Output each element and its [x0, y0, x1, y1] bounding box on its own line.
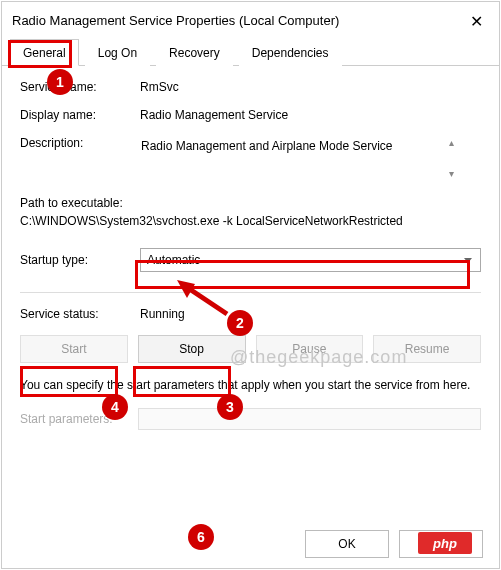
title-bar: Radio Management Service Properties (Loc… — [2, 2, 499, 38]
cancel-button[interactable]: Cancel — [399, 530, 483, 558]
scroll-up-icon[interactable]: ▴ — [443, 137, 459, 148]
value-path: C:\WINDOWS\System32\svchost.exe -k Local… — [20, 212, 481, 230]
content-area: Service name: RmSvc Display name: Radio … — [2, 66, 499, 450]
pause-button[interactable]: Pause — [256, 335, 364, 363]
note-text: You can specify the start parameters tha… — [20, 377, 481, 394]
description-box: Radio Management and Airplane Mode Servi… — [140, 136, 460, 180]
startup-type-select[interactable]: Automatic — [140, 248, 481, 272]
value-service-status: Running — [140, 307, 481, 321]
label-service-name: Service name: — [20, 80, 140, 94]
tab-strip: General Log On Recovery Dependencies — [2, 38, 499, 66]
label-startup-type: Startup type: — [20, 253, 140, 267]
value-description: Radio Management and Airplane Mode Servi… — [141, 139, 392, 153]
label-path: Path to executable: — [20, 194, 481, 212]
value-display-name: Radio Management Service — [140, 108, 481, 122]
label-service-status: Service status: — [20, 307, 140, 321]
annotation-circle-6: 6 — [188, 524, 214, 550]
tab-logon[interactable]: Log On — [85, 39, 150, 66]
tab-recovery[interactable]: Recovery — [156, 39, 233, 66]
close-icon[interactable]: ✕ — [461, 10, 491, 31]
label-display-name: Display name: — [20, 108, 140, 122]
value-startup-type: Automatic — [147, 253, 200, 267]
label-description: Description: — [20, 136, 140, 150]
ok-button[interactable]: OK — [305, 530, 389, 558]
start-button[interactable]: Start — [20, 335, 128, 363]
tab-general[interactable]: General — [10, 39, 79, 66]
scroll-down-icon[interactable]: ▾ — [443, 168, 459, 179]
window-title: Radio Management Service Properties (Loc… — [12, 13, 461, 28]
start-parameters-input — [138, 408, 481, 430]
value-service-name: RmSvc — [140, 80, 481, 94]
stop-button[interactable]: Stop — [138, 335, 246, 363]
tab-dependencies[interactable]: Dependencies — [239, 39, 342, 66]
label-start-parameters: Start parameters: — [20, 412, 130, 426]
description-scrollbar[interactable]: ▴ ▾ — [443, 137, 459, 179]
resume-button[interactable]: Resume — [373, 335, 481, 363]
